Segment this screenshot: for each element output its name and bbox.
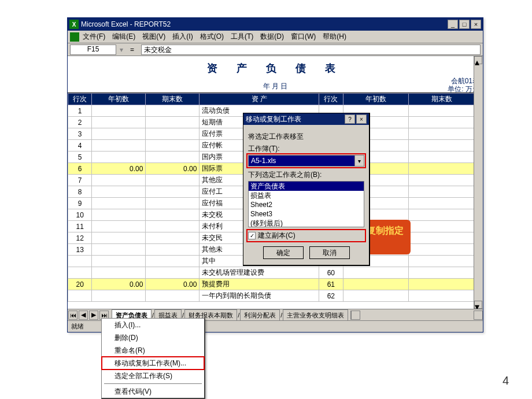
menu-data[interactable]: 数据(D) xyxy=(260,32,284,42)
dialog-titlebar[interactable]: 移动或复制工作表 ? × xyxy=(243,113,369,125)
cell[interactable] xyxy=(68,256,92,267)
menu-item[interactable]: 移动或复制工作表(M)... xyxy=(102,357,204,370)
create-copy-row[interactable]: ✓ 建立副本(C) xyxy=(248,231,364,241)
cell[interactable] xyxy=(409,140,475,152)
scroll-up-icon[interactable]: ▴ xyxy=(474,56,482,64)
cell[interactable]: 1 xyxy=(68,105,92,117)
name-box[interactable]: F15 xyxy=(70,45,116,55)
cell[interactable] xyxy=(146,152,200,163)
cell[interactable] xyxy=(409,128,475,140)
cell[interactable] xyxy=(92,256,146,267)
cell[interactable]: 一年内到期的长期负债 xyxy=(200,290,319,302)
maximize-button[interactable]: □ xyxy=(459,20,470,29)
cell[interactable] xyxy=(146,244,200,256)
cell[interactable]: 10 xyxy=(68,209,92,221)
cell[interactable] xyxy=(92,290,146,302)
cell[interactable]: 0.00 xyxy=(92,163,146,175)
menu-help[interactable]: 帮助(H) xyxy=(323,32,346,42)
cell[interactable] xyxy=(409,267,475,279)
cell[interactable] xyxy=(409,279,475,290)
cell[interactable] xyxy=(92,198,146,209)
cell[interactable] xyxy=(146,117,200,128)
menu-item[interactable]: 选定全部工作表(S) xyxy=(102,370,204,382)
cell[interactable] xyxy=(409,163,475,175)
cell[interactable] xyxy=(92,232,146,244)
cell[interactable] xyxy=(146,267,200,279)
cell[interactable]: 12 xyxy=(68,232,92,244)
cell[interactable] xyxy=(409,186,475,198)
cell[interactable] xyxy=(92,117,146,128)
cell[interactable] xyxy=(146,290,200,302)
cell[interactable]: 4 xyxy=(68,140,92,152)
cell[interactable] xyxy=(92,267,146,279)
sheet-listbox[interactable]: 资产负债表损益表Sheet2Sheet3(移到最后) xyxy=(248,181,364,227)
vertical-scrollbar[interactable]: ▴ ▾ xyxy=(474,56,483,309)
cell[interactable]: 20 xyxy=(68,279,92,290)
dropdown-icon[interactable]: ▾ xyxy=(354,156,364,166)
table-row[interactable]: 一年内到期的长期负债62 xyxy=(68,290,475,302)
cell[interactable]: 8 xyxy=(68,186,92,198)
tab-nav-first[interactable]: ⏮ xyxy=(68,311,77,320)
menu-format[interactable]: 格式(O) xyxy=(200,32,224,42)
cell[interactable] xyxy=(92,105,146,117)
cell[interactable] xyxy=(409,290,475,302)
list-item[interactable]: Sheet2 xyxy=(249,200,364,209)
cell[interactable]: 9 xyxy=(68,198,92,209)
cell[interactable] xyxy=(146,209,200,221)
cell[interactable] xyxy=(409,244,475,256)
minimize-button[interactable]: _ xyxy=(448,20,458,29)
cell[interactable] xyxy=(409,175,475,186)
menu-window[interactable]: 窗口(W) xyxy=(291,32,316,42)
cell[interactable] xyxy=(68,290,92,302)
cell[interactable]: 0.00 xyxy=(146,163,200,175)
titlebar[interactable]: X Microsoft Excel - REPORT52 _ □ × xyxy=(68,18,483,31)
close-button[interactable]: × xyxy=(471,20,481,29)
workbook-combo[interactable]: A5-1.xls ▾ xyxy=(248,155,364,167)
cell[interactable] xyxy=(409,209,475,221)
cell[interactable] xyxy=(343,267,409,279)
cell[interactable] xyxy=(92,140,146,152)
cell[interactable]: 6 xyxy=(68,163,92,175)
menu-item[interactable]: 删除(D) xyxy=(102,331,204,344)
cell[interactable] xyxy=(146,198,200,209)
cell[interactable]: 7 xyxy=(68,175,92,186)
list-item[interactable]: (移到最后) xyxy=(249,219,364,227)
create-copy-checkbox[interactable]: ✓ xyxy=(248,232,256,239)
menu-edit[interactable]: 编辑(E) xyxy=(112,32,135,42)
cell[interactable]: 预提费用 xyxy=(200,279,319,290)
ok-button[interactable]: 确定 xyxy=(263,246,304,259)
menu-view[interactable]: 视图(V) xyxy=(142,32,165,42)
dialog-help-button[interactable]: ? xyxy=(345,114,355,124)
cell[interactable]: 未交机场管理建设费 xyxy=(200,267,319,279)
formula-input[interactable]: 未交税金 xyxy=(141,45,481,55)
cell[interactable] xyxy=(92,221,146,232)
cell[interactable]: 11 xyxy=(68,221,92,232)
cell[interactable] xyxy=(92,152,146,163)
menu-item[interactable]: 插入(I)... xyxy=(102,319,204,331)
cell[interactable]: 60 xyxy=(319,267,343,279)
cell[interactable] xyxy=(92,244,146,256)
cell[interactable] xyxy=(92,128,146,140)
menu-item[interactable]: 查看代码(V) xyxy=(102,385,204,398)
tab-nav-next[interactable]: ▶ xyxy=(89,311,98,320)
cell[interactable] xyxy=(146,140,200,152)
cell[interactable] xyxy=(92,175,146,186)
cell[interactable] xyxy=(409,198,475,209)
list-item[interactable]: 损益表 xyxy=(249,191,364,200)
cell[interactable] xyxy=(92,186,146,198)
sheet-tab[interactable]: 主营业务收支明细表 xyxy=(283,309,348,321)
menu-insert[interactable]: 插入(I) xyxy=(172,32,193,42)
cell[interactable]: 2 xyxy=(68,117,92,128)
cancel-button[interactable]: 取消 xyxy=(309,246,350,259)
sheet-tab[interactable]: 利润分配表 xyxy=(240,309,280,321)
menu-file[interactable]: 文件(F) xyxy=(83,32,105,42)
cell[interactable] xyxy=(146,105,200,117)
cell[interactable] xyxy=(146,128,200,140)
list-item[interactable]: Sheet3 xyxy=(249,209,364,219)
cell[interactable]: 13 xyxy=(68,244,92,256)
cell[interactable] xyxy=(68,267,92,279)
cell[interactable] xyxy=(409,256,475,267)
cell[interactable]: 0.00 xyxy=(92,279,146,290)
table-row[interactable]: 未交机场管理建设费60 xyxy=(68,267,475,279)
cell[interactable] xyxy=(146,232,200,244)
